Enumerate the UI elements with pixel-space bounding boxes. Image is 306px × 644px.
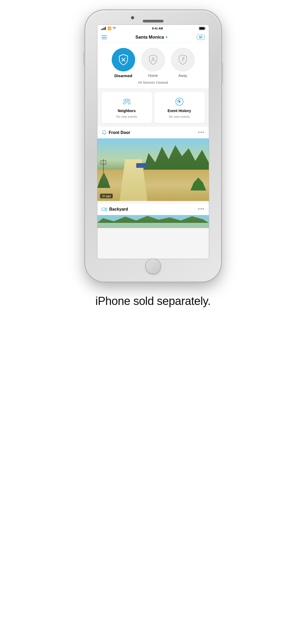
event-history-card[interactable]: Event History No new events [154, 92, 205, 123]
neighbors-icon [122, 97, 132, 107]
bell-icon [102, 130, 107, 135]
neighbors-card-subtitle: No new events [116, 115, 137, 119]
away-mode-button[interactable]: Away [171, 48, 195, 78]
front-door-camera-title: Front Door [109, 130, 130, 135]
security-modes: Disarmed Home [102, 48, 205, 78]
location-name: Santa Monica [135, 35, 164, 40]
front-door-camera-header: Front Door ••• [97, 127, 209, 138]
history-icon [174, 97, 184, 107]
phone-screen: 📶 9:41 AM [97, 24, 209, 259]
backyard-camera-section: Backyard ••• [97, 203, 209, 228]
front-camera [131, 16, 134, 19]
backyard-more-button[interactable]: ••• [198, 206, 205, 212]
svg-point-2 [152, 58, 154, 59]
phone-shell: 📶 9:41 AM [85, 10, 221, 281]
page-caption: iPhone sold separately. [95, 295, 211, 308]
neighbors-card[interactable]: Neighbors No new events [102, 92, 152, 123]
chevron-down-icon: ▼ [165, 35, 168, 39]
svg-line-8 [183, 58, 184, 59]
home-label: Home [148, 73, 158, 78]
app-header: Santa Monica ▼ $0 [97, 32, 209, 43]
camera-timestamp: 1h ago [100, 194, 113, 198]
status-time: 9:41 AM [152, 27, 163, 30]
shield-running-icon [177, 54, 189, 65]
home-circle [141, 48, 165, 71]
svg-rect-17 [102, 208, 105, 211]
svg-marker-13 [178, 100, 181, 103]
home-button[interactable] [145, 259, 161, 274]
camera-title-row: Front Door [102, 130, 130, 135]
car-detail [136, 163, 147, 168]
away-label: Away [178, 73, 187, 78]
backyard-camera-header: Backyard ••• [97, 203, 209, 215]
away-circle [171, 48, 195, 71]
status-bar: 📶 9:41 AM [97, 25, 209, 32]
basketball-hoop-icon [99, 159, 107, 172]
front-door-camera-section: Front Door ••• [97, 126, 209, 201]
signal-bars [101, 27, 106, 30]
wifi-icon: 📶 [108, 27, 111, 30]
svg-line-7 [182, 61, 183, 62]
event-history-card-subtitle: No new events [169, 115, 190, 119]
disarmed-label: Disarmed [114, 73, 132, 78]
disarmed-mode-button[interactable]: Disarmed [112, 48, 135, 78]
speaker-grill [143, 20, 164, 22]
disarmed-circle [112, 48, 135, 71]
hamburger-menu-button[interactable] [102, 35, 107, 39]
front-door-more-button[interactable]: ••• [198, 130, 205, 135]
quick-cards-section: Neighbors No new events Event History No… [97, 89, 209, 126]
shield-x-icon [117, 53, 130, 66]
video-camera-icon [102, 207, 107, 211]
status-left: 📶 [101, 27, 116, 30]
shield-person-icon [147, 54, 159, 65]
sensor-status: All Sensors Cleared [138, 81, 168, 84]
neighbors-card-title: Neighbors [118, 109, 136, 113]
location-selector[interactable]: Santa Monica ▼ [135, 35, 168, 40]
phone-top-bar [85, 10, 221, 24]
security-section: Disarmed Home [97, 43, 209, 89]
battery-icon [199, 27, 205, 30]
svg-point-11 [126, 99, 128, 101]
price-badge[interactable]: $0 [197, 35, 204, 40]
home-mode-button[interactable]: Home [141, 48, 165, 78]
home-button-area [145, 259, 161, 274]
wifi-symbol-icon [113, 27, 116, 30]
backyard-camera-thumbnail-partial[interactable] [97, 215, 209, 228]
front-door-camera-thumbnail[interactable]: 1h ago [97, 138, 209, 201]
backyard-camera-title: Backyard [109, 207, 128, 212]
event-history-card-title: Event History [167, 109, 191, 113]
